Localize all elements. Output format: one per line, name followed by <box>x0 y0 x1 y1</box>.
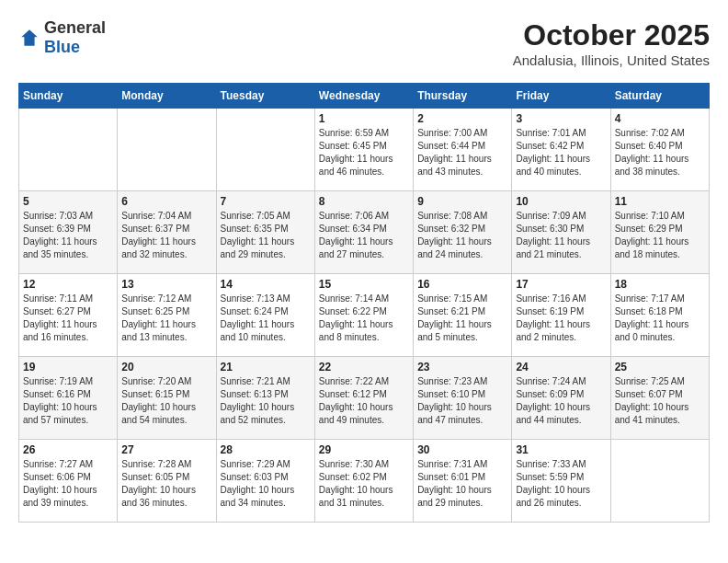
day-info: Sunrise: 7:17 AM Sunset: 6:18 PM Dayligh… <box>615 293 705 344</box>
day-info: Sunrise: 7:27 AM Sunset: 6:06 PM Dayligh… <box>23 458 113 510</box>
calendar-cell: 27Sunrise: 7:28 AM Sunset: 6:05 PM Dayli… <box>118 440 216 523</box>
page-header: General Blue October 2025 Andalusia, Ill… <box>18 18 710 68</box>
calendar-cell: 1Sunrise: 6:59 AM Sunset: 6:45 PM Daylig… <box>314 109 413 191</box>
day-info: Sunrise: 7:23 AM Sunset: 6:10 PM Dayligh… <box>417 375 507 427</box>
calendar-cell: 6Sunrise: 7:04 AM Sunset: 6:37 PM Daylig… <box>118 191 216 274</box>
day-number: 14 <box>221 278 311 291</box>
calendar-cell: 21Sunrise: 7:21 AM Sunset: 6:13 PM Dayli… <box>216 357 314 440</box>
day-number: 28 <box>221 443 311 456</box>
day-number: 29 <box>319 443 409 456</box>
day-info: Sunrise: 7:09 AM Sunset: 6:30 PM Dayligh… <box>516 210 606 261</box>
calendar-cell: 25Sunrise: 7:25 AM Sunset: 6:07 PM Dayli… <box>610 357 709 440</box>
day-number: 19 <box>23 361 113 373</box>
calendar-cell: 20Sunrise: 7:20 AM Sunset: 6:15 PM Dayli… <box>118 357 216 440</box>
day-number: 21 <box>221 361 311 373</box>
calendar-cell: 19Sunrise: 7:19 AM Sunset: 6:16 PM Dayli… <box>19 357 118 440</box>
calendar-cell: 24Sunrise: 7:24 AM Sunset: 6:09 PM Dayli… <box>512 357 610 440</box>
day-info: Sunrise: 7:33 AM Sunset: 5:59 PM Dayligh… <box>516 458 606 510</box>
week-row-1: 5Sunrise: 7:03 AM Sunset: 6:39 PM Daylig… <box>19 191 710 274</box>
day-number: 10 <box>516 195 606 208</box>
day-info: Sunrise: 7:21 AM Sunset: 6:13 PM Dayligh… <box>221 375 311 427</box>
day-number: 26 <box>23 443 113 456</box>
day-number: 30 <box>417 443 507 456</box>
day-number: 24 <box>516 361 606 373</box>
calendar-cell <box>118 109 216 191</box>
title-block: October 2025 Andalusia, Illinois, United… <box>513 18 710 68</box>
day-number: 7 <box>221 195 311 208</box>
calendar-cell: 2Sunrise: 7:00 AM Sunset: 6:44 PM Daylig… <box>414 109 512 191</box>
calendar-cell: 18Sunrise: 7:17 AM Sunset: 6:18 PM Dayli… <box>610 274 709 357</box>
logo-blue: Blue <box>44 38 80 56</box>
header-day-monday: Monday <box>118 84 216 109</box>
day-number: 25 <box>615 361 705 373</box>
calendar-cell: 16Sunrise: 7:15 AM Sunset: 6:21 PM Dayli… <box>414 274 512 357</box>
day-number: 3 <box>516 112 606 125</box>
day-info: Sunrise: 7:29 AM Sunset: 6:03 PM Dayligh… <box>221 458 311 510</box>
day-number: 9 <box>417 195 507 208</box>
day-info: Sunrise: 7:08 AM Sunset: 6:32 PM Dayligh… <box>417 210 507 261</box>
day-info: Sunrise: 7:20 AM Sunset: 6:15 PM Dayligh… <box>121 375 211 427</box>
day-number: 31 <box>516 443 606 456</box>
day-info: Sunrise: 7:02 AM Sunset: 6:40 PM Dayligh… <box>615 127 705 178</box>
calendar-cell: 29Sunrise: 7:30 AM Sunset: 6:02 PM Dayli… <box>314 440 413 523</box>
day-info: Sunrise: 7:03 AM Sunset: 6:39 PM Dayligh… <box>23 210 113 261</box>
day-info: Sunrise: 7:13 AM Sunset: 6:24 PM Dayligh… <box>221 293 311 344</box>
calendar-body: 1Sunrise: 6:59 AM Sunset: 6:45 PM Daylig… <box>19 109 710 523</box>
week-row-4: 26Sunrise: 7:27 AM Sunset: 6:06 PM Dayli… <box>19 440 710 523</box>
calendar-subtitle: Andalusia, Illinois, United States <box>513 52 710 68</box>
calendar-cell: 7Sunrise: 7:05 AM Sunset: 6:35 PM Daylig… <box>216 191 314 274</box>
calendar-cell: 12Sunrise: 7:11 AM Sunset: 6:27 PM Dayli… <box>19 274 118 357</box>
calendar-title: October 2025 <box>513 18 710 52</box>
calendar-cell <box>610 440 709 523</box>
week-row-3: 19Sunrise: 7:19 AM Sunset: 6:16 PM Dayli… <box>19 357 710 440</box>
day-number: 18 <box>615 278 705 291</box>
calendar-cell: 4Sunrise: 7:02 AM Sunset: 6:40 PM Daylig… <box>610 109 709 191</box>
day-info: Sunrise: 6:59 AM Sunset: 6:45 PM Dayligh… <box>319 127 409 178</box>
calendar-cell: 31Sunrise: 7:33 AM Sunset: 5:59 PM Dayli… <box>512 440 610 523</box>
day-number: 16 <box>417 278 507 291</box>
day-info: Sunrise: 7:16 AM Sunset: 6:19 PM Dayligh… <box>516 293 606 344</box>
day-info: Sunrise: 7:22 AM Sunset: 6:12 PM Dayligh… <box>319 375 409 427</box>
header-day-wednesday: Wednesday <box>314 84 413 109</box>
day-info: Sunrise: 7:14 AM Sunset: 6:22 PM Dayligh… <box>319 293 409 344</box>
day-info: Sunrise: 7:12 AM Sunset: 6:25 PM Dayligh… <box>121 293 211 344</box>
calendar-cell: 28Sunrise: 7:29 AM Sunset: 6:03 PM Dayli… <box>216 440 314 523</box>
calendar-cell <box>216 109 314 191</box>
calendar-cell: 15Sunrise: 7:14 AM Sunset: 6:22 PM Dayli… <box>314 274 413 357</box>
day-info: Sunrise: 7:06 AM Sunset: 6:34 PM Dayligh… <box>319 210 409 261</box>
calendar-cell: 9Sunrise: 7:08 AM Sunset: 6:32 PM Daylig… <box>414 191 512 274</box>
logo: General Blue <box>18 18 106 57</box>
calendar-table: SundayMondayTuesdayWednesdayThursdayFrid… <box>18 83 710 523</box>
day-number: 5 <box>23 195 113 208</box>
day-info: Sunrise: 7:01 AM Sunset: 6:42 PM Dayligh… <box>516 127 606 178</box>
logo-icon <box>18 27 40 49</box>
calendar-cell: 14Sunrise: 7:13 AM Sunset: 6:24 PM Dayli… <box>216 274 314 357</box>
header-day-friday: Friday <box>512 84 610 109</box>
day-info: Sunrise: 7:04 AM Sunset: 6:37 PM Dayligh… <box>121 210 211 261</box>
day-number: 15 <box>319 278 409 291</box>
calendar-cell: 30Sunrise: 7:31 AM Sunset: 6:01 PM Dayli… <box>414 440 512 523</box>
day-info: Sunrise: 7:25 AM Sunset: 6:07 PM Dayligh… <box>615 375 705 427</box>
calendar-cell: 5Sunrise: 7:03 AM Sunset: 6:39 PM Daylig… <box>19 191 118 274</box>
week-row-0: 1Sunrise: 6:59 AM Sunset: 6:45 PM Daylig… <box>19 109 710 191</box>
calendar-cell: 10Sunrise: 7:09 AM Sunset: 6:30 PM Dayli… <box>512 191 610 274</box>
day-number: 13 <box>121 278 211 291</box>
header-row: SundayMondayTuesdayWednesdayThursdayFrid… <box>19 84 710 109</box>
calendar-cell: 3Sunrise: 7:01 AM Sunset: 6:42 PM Daylig… <box>512 109 610 191</box>
calendar-cell: 13Sunrise: 7:12 AM Sunset: 6:25 PM Dayli… <box>118 274 216 357</box>
day-number: 6 <box>121 195 211 208</box>
calendar-cell: 17Sunrise: 7:16 AM Sunset: 6:19 PM Dayli… <box>512 274 610 357</box>
day-number: 8 <box>319 195 409 208</box>
calendar-header: SundayMondayTuesdayWednesdayThursdayFrid… <box>19 84 710 109</box>
week-row-2: 12Sunrise: 7:11 AM Sunset: 6:27 PM Dayli… <box>19 274 710 357</box>
header-day-saturday: Saturday <box>610 84 709 109</box>
day-number: 4 <box>615 112 705 125</box>
day-number: 2 <box>417 112 507 125</box>
day-number: 27 <box>121 443 211 456</box>
day-info: Sunrise: 7:24 AM Sunset: 6:09 PM Dayligh… <box>516 375 606 427</box>
calendar-cell <box>19 109 118 191</box>
day-info: Sunrise: 7:11 AM Sunset: 6:27 PM Dayligh… <box>23 293 113 344</box>
day-info: Sunrise: 7:15 AM Sunset: 6:21 PM Dayligh… <box>417 293 507 344</box>
day-info: Sunrise: 7:28 AM Sunset: 6:05 PM Dayligh… <box>121 458 211 510</box>
calendar-cell: 26Sunrise: 7:27 AM Sunset: 6:06 PM Dayli… <box>19 440 118 523</box>
